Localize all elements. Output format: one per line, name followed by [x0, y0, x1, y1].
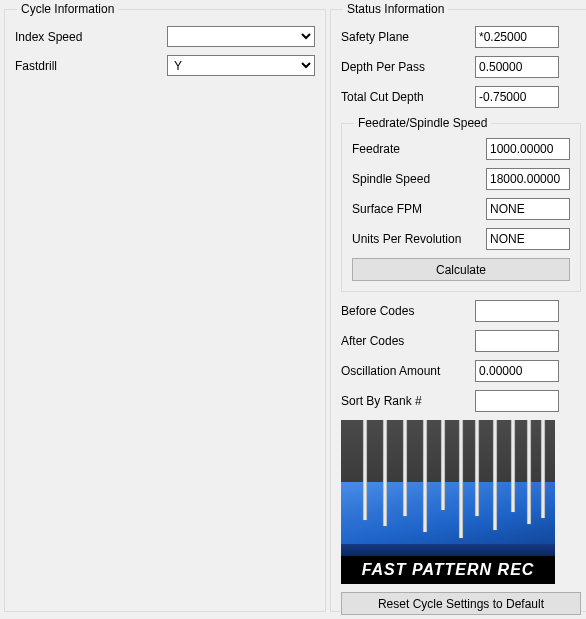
feedrate-input[interactable]: [486, 138, 570, 160]
drill-rod-icon: [511, 420, 515, 512]
drill-rod-icon: [441, 420, 445, 510]
depth-per-pass-label: Depth Per Pass: [341, 60, 475, 74]
units-per-rev-row: Units Per Revolution: [352, 228, 570, 250]
before-codes-input[interactable]: [475, 300, 559, 322]
total-cut-depth-label: Total Cut Depth: [341, 90, 475, 104]
sort-by-rank-input[interactable]: [475, 390, 559, 412]
before-codes-label: Before Codes: [341, 304, 475, 318]
spindle-speed-input[interactable]: [486, 168, 570, 190]
drill-rod-icon: [403, 420, 407, 516]
fastdrill-row: Fastdrill Y: [15, 55, 315, 76]
drill-rod-icon: [459, 420, 463, 538]
fastdrill-combo[interactable]: Y: [167, 55, 315, 76]
sort-by-rank-row: Sort By Rank #: [341, 390, 581, 412]
total-cut-depth-input[interactable]: [475, 86, 559, 108]
index-speed-row: Index Speed: [15, 26, 315, 47]
safety-plane-row: Safety Plane: [341, 26, 581, 48]
after-codes-row: After Codes: [341, 330, 581, 352]
preview-caption: FAST PATTERN REC: [341, 556, 555, 584]
drill-rod-icon: [493, 420, 497, 530]
drill-rod-icon: [423, 420, 427, 532]
oscillation-amount-label: Oscillation Amount: [341, 364, 475, 378]
depth-per-pass-input[interactable]: [475, 56, 559, 78]
status-information-group: Status Information Safety Plane Depth Pe…: [330, 2, 586, 612]
after-codes-input[interactable]: [475, 330, 559, 352]
feedrate-row: Feedrate: [352, 138, 570, 160]
cycle-preview-image: FAST PATTERN REC: [341, 420, 555, 584]
preview-plate: [341, 482, 555, 551]
units-per-rev-label: Units Per Revolution: [352, 232, 486, 246]
total-cut-depth-row: Total Cut Depth: [341, 86, 581, 108]
fastdrill-label: Fastdrill: [15, 59, 167, 73]
before-codes-row: Before Codes: [341, 300, 581, 322]
index-speed-label: Index Speed: [15, 30, 167, 44]
surface-fpm-label: Surface FPM: [352, 202, 486, 216]
spindle-speed-row: Spindle Speed: [352, 168, 570, 190]
surface-fpm-row: Surface FPM: [352, 198, 570, 220]
sort-by-rank-label: Sort By Rank #: [341, 394, 475, 408]
oscillation-amount-input[interactable]: [475, 360, 559, 382]
drill-rod-icon: [475, 420, 479, 516]
cycle-information-legend: Cycle Information: [17, 2, 118, 16]
feedrate-spindle-group: Feedrate/Spindle Speed Feedrate Spindle …: [341, 116, 581, 292]
depth-per-pass-row: Depth Per Pass: [341, 56, 581, 78]
after-codes-label: After Codes: [341, 334, 475, 348]
cycle-information-group: Cycle Information Index Speed Fastdrill …: [4, 2, 326, 612]
safety-plane-label: Safety Plane: [341, 30, 475, 44]
feedrate-spindle-legend: Feedrate/Spindle Speed: [354, 116, 491, 130]
drill-rod-icon: [541, 420, 545, 518]
oscillation-amount-row: Oscillation Amount: [341, 360, 581, 382]
drill-rod-icon: [363, 420, 367, 520]
index-speed-combo[interactable]: [167, 26, 315, 47]
reset-cycle-settings-button[interactable]: Reset Cycle Settings to Default: [341, 592, 581, 615]
spindle-speed-label: Spindle Speed: [352, 172, 486, 186]
safety-plane-input[interactable]: [475, 26, 559, 48]
status-information-legend: Status Information: [343, 2, 448, 16]
drill-rod-icon: [383, 420, 387, 526]
drill-rod-icon: [527, 420, 531, 524]
calculate-button[interactable]: Calculate: [352, 258, 570, 281]
surface-fpm-input[interactable]: [486, 198, 570, 220]
units-per-rev-input[interactable]: [486, 228, 570, 250]
feedrate-label: Feedrate: [352, 142, 486, 156]
